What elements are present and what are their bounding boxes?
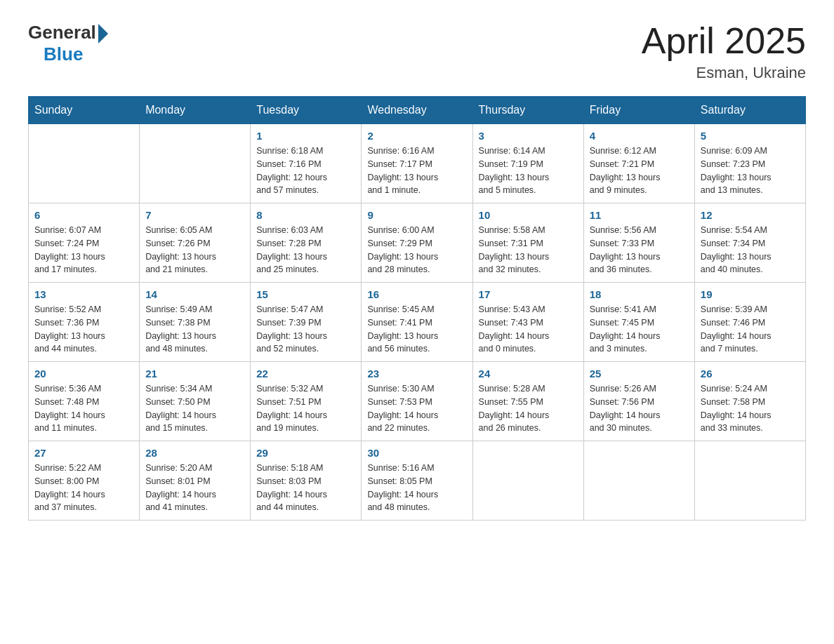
calendar-cell: 11Sunrise: 5:56 AMSunset: 7:33 PMDayligh…	[583, 203, 694, 283]
calendar-cell: 17Sunrise: 5:43 AMSunset: 7:43 PMDayligh…	[472, 283, 583, 362]
day-info: Sunrise: 6:12 AMSunset: 7:21 PMDaylight:…	[590, 145, 689, 197]
day-number: 3	[479, 130, 578, 142]
calendar-cell: 3Sunrise: 6:14 AMSunset: 7:19 PMDaylight…	[472, 124, 583, 203]
day-number: 25	[590, 368, 689, 380]
day-info: Sunrise: 5:26 AMSunset: 7:56 PMDaylight:…	[590, 382, 689, 435]
col-header-wednesday: Wednesday	[362, 97, 472, 124]
calendar-cell: 28Sunrise: 5:20 AMSunset: 8:01 PMDayligh…	[140, 441, 251, 521]
calendar-cell	[583, 441, 694, 521]
day-number: 18	[590, 288, 689, 300]
day-info: Sunrise: 5:22 AMSunset: 8:00 PMDaylight:…	[34, 462, 133, 514]
calendar-cell	[694, 441, 805, 521]
day-number: 7	[145, 209, 244, 221]
col-header-saturday: Saturday	[694, 97, 805, 124]
day-info: Sunrise: 5:47 AMSunset: 7:39 PMDaylight:…	[256, 303, 355, 356]
day-number: 23	[367, 368, 466, 380]
calendar-table: SundayMondayTuesdayWednesdayThursdayFrid…	[28, 96, 806, 521]
day-number: 2	[367, 130, 466, 142]
day-number: 20	[34, 368, 133, 380]
calendar-cell: 7Sunrise: 6:05 AMSunset: 7:26 PMDaylight…	[140, 203, 251, 283]
logo-triangle-icon	[98, 24, 108, 43]
day-number: 8	[256, 209, 355, 221]
day-number: 27	[34, 447, 133, 459]
day-info: Sunrise: 6:00 AMSunset: 7:29 PMDaylight:…	[367, 224, 466, 276]
calendar-cell: 8Sunrise: 6:03 AMSunset: 7:28 PMDaylight…	[251, 203, 362, 283]
calendar-cell: 13Sunrise: 5:52 AMSunset: 7:36 PMDayligh…	[29, 283, 140, 362]
day-info: Sunrise: 5:18 AMSunset: 8:03 PMDaylight:…	[256, 462, 355, 514]
calendar-cell: 10Sunrise: 5:58 AMSunset: 7:31 PMDayligh…	[472, 203, 583, 283]
calendar-cell: 6Sunrise: 6:07 AMSunset: 7:24 PMDaylight…	[29, 203, 140, 283]
day-number: 6	[34, 209, 133, 221]
day-info: Sunrise: 5:36 AMSunset: 7:48 PMDaylight:…	[34, 382, 133, 435]
header-row: SundayMondayTuesdayWednesdayThursdayFrid…	[29, 97, 806, 124]
day-info: Sunrise: 5:30 AMSunset: 7:53 PMDaylight:…	[367, 382, 466, 435]
logo: General Blue	[28, 21, 108, 65]
day-info: Sunrise: 6:07 AMSunset: 7:24 PMDaylight:…	[34, 224, 133, 276]
day-info: Sunrise: 5:28 AMSunset: 7:55 PMDaylight:…	[479, 382, 578, 435]
week-row-3: 13Sunrise: 5:52 AMSunset: 7:36 PMDayligh…	[29, 283, 806, 362]
day-number: 24	[479, 368, 578, 380]
day-info: Sunrise: 5:20 AMSunset: 8:01 PMDaylight:…	[145, 462, 244, 514]
day-number: 5	[701, 130, 800, 142]
calendar-cell: 30Sunrise: 5:16 AMSunset: 8:05 PMDayligh…	[362, 441, 472, 521]
day-number: 21	[145, 368, 244, 380]
day-number: 1	[256, 130, 355, 142]
day-info: Sunrise: 5:43 AMSunset: 7:43 PMDaylight:…	[479, 303, 578, 356]
col-header-friday: Friday	[583, 97, 694, 124]
calendar-cell: 29Sunrise: 5:18 AMSunset: 8:03 PMDayligh…	[251, 441, 362, 521]
calendar-location: Esman, Ukraine	[642, 64, 806, 82]
day-number: 16	[367, 288, 466, 300]
col-header-tuesday: Tuesday	[251, 97, 362, 124]
day-number: 9	[367, 209, 466, 221]
day-info: Sunrise: 5:24 AMSunset: 7:58 PMDaylight:…	[701, 382, 800, 435]
day-number: 12	[701, 209, 800, 221]
calendar-cell: 27Sunrise: 5:22 AMSunset: 8:00 PMDayligh…	[29, 441, 140, 521]
col-header-thursday: Thursday	[472, 97, 583, 124]
calendar-cell: 15Sunrise: 5:47 AMSunset: 7:39 PMDayligh…	[251, 283, 362, 362]
day-info: Sunrise: 5:45 AMSunset: 7:41 PMDaylight:…	[367, 303, 466, 356]
week-row-1: 1Sunrise: 6:18 AMSunset: 7:16 PMDaylight…	[29, 124, 806, 203]
day-number: 13	[34, 288, 133, 300]
day-number: 15	[256, 288, 355, 300]
calendar-title: April 2025	[642, 21, 806, 61]
calendar-cell: 20Sunrise: 5:36 AMSunset: 7:48 PMDayligh…	[29, 362, 140, 441]
day-number: 22	[256, 368, 355, 380]
day-info: Sunrise: 5:56 AMSunset: 7:33 PMDaylight:…	[590, 224, 689, 276]
calendar-cell	[472, 441, 583, 521]
calendar-cell: 5Sunrise: 6:09 AMSunset: 7:23 PMDaylight…	[694, 124, 805, 203]
day-number: 26	[701, 368, 800, 380]
calendar-cell: 21Sunrise: 5:34 AMSunset: 7:50 PMDayligh…	[140, 362, 251, 441]
logo-blue-text: Blue	[44, 43, 108, 65]
day-number: 4	[590, 130, 689, 142]
day-info: Sunrise: 5:49 AMSunset: 7:38 PMDaylight:…	[145, 303, 244, 356]
day-number: 28	[145, 447, 244, 459]
day-info: Sunrise: 5:58 AMSunset: 7:31 PMDaylight:…	[479, 224, 578, 276]
calendar-cell: 14Sunrise: 5:49 AMSunset: 7:38 PMDayligh…	[140, 283, 251, 362]
day-info: Sunrise: 5:34 AMSunset: 7:50 PMDaylight:…	[145, 382, 244, 435]
week-row-2: 6Sunrise: 6:07 AMSunset: 7:24 PMDaylight…	[29, 203, 806, 283]
day-info: Sunrise: 5:52 AMSunset: 7:36 PMDaylight:…	[34, 303, 133, 356]
calendar-cell: 24Sunrise: 5:28 AMSunset: 7:55 PMDayligh…	[472, 362, 583, 441]
day-info: Sunrise: 6:09 AMSunset: 7:23 PMDaylight:…	[701, 145, 800, 197]
calendar-cell: 26Sunrise: 5:24 AMSunset: 7:58 PMDayligh…	[694, 362, 805, 441]
day-info: Sunrise: 6:14 AMSunset: 7:19 PMDaylight:…	[479, 145, 578, 197]
day-number: 19	[701, 288, 800, 300]
calendar-cell: 16Sunrise: 5:45 AMSunset: 7:41 PMDayligh…	[362, 283, 472, 362]
day-info: Sunrise: 5:41 AMSunset: 7:45 PMDaylight:…	[590, 303, 689, 356]
calendar-cell: 1Sunrise: 6:18 AMSunset: 7:16 PMDaylight…	[251, 124, 362, 203]
week-row-4: 20Sunrise: 5:36 AMSunset: 7:48 PMDayligh…	[29, 362, 806, 441]
day-info: Sunrise: 6:05 AMSunset: 7:26 PMDaylight:…	[145, 224, 244, 276]
calendar-cell: 2Sunrise: 6:16 AMSunset: 7:17 PMDaylight…	[362, 124, 472, 203]
day-info: Sunrise: 6:18 AMSunset: 7:16 PMDaylight:…	[256, 145, 355, 197]
calendar-cell: 4Sunrise: 6:12 AMSunset: 7:21 PMDaylight…	[583, 124, 694, 203]
calendar-cell	[29, 124, 140, 203]
col-header-monday: Monday	[140, 97, 251, 124]
title-block: April 2025 Esman, Ukraine	[642, 21, 806, 82]
logo-general-text: General	[28, 22, 96, 43]
calendar-cell: 9Sunrise: 6:00 AMSunset: 7:29 PMDaylight…	[362, 203, 472, 283]
day-info: Sunrise: 5:16 AMSunset: 8:05 PMDaylight:…	[367, 462, 466, 514]
day-number: 29	[256, 447, 355, 459]
calendar-cell: 19Sunrise: 5:39 AMSunset: 7:46 PMDayligh…	[694, 283, 805, 362]
day-info: Sunrise: 5:39 AMSunset: 7:46 PMDaylight:…	[701, 303, 800, 356]
day-info: Sunrise: 5:54 AMSunset: 7:34 PMDaylight:…	[701, 224, 800, 276]
